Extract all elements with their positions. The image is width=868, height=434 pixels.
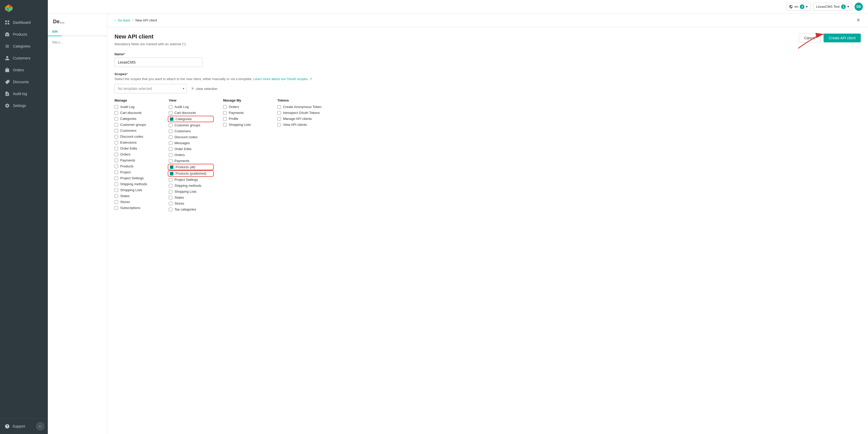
sidebar-item-orders[interactable]: Orders xyxy=(0,64,48,76)
left-panel-title: De… xyxy=(48,13,107,25)
checkbox-manage-project[interactable] xyxy=(115,170,118,174)
checkbox-manage-discount-codes[interactable] xyxy=(115,135,118,138)
checkbox-token-manage-api-clients[interactable] xyxy=(277,117,281,121)
dialog-body: Cancel Create API client xyxy=(107,27,868,434)
language-selector[interactable]: en 2 ▾ xyxy=(786,3,811,10)
dashboard-icon xyxy=(5,20,10,25)
sidebar-item-settings-label: Settings xyxy=(13,104,26,108)
breadcrumb-back-link[interactable]: ← Go back xyxy=(114,18,130,22)
checkbox-manage-payments[interactable] xyxy=(115,159,118,162)
checkbox-manage-my-orders[interactable] xyxy=(223,105,227,109)
content-area: De… API You c… ← Go back / xyxy=(48,13,868,434)
checkbox-view-project-settings[interactable] xyxy=(169,178,173,181)
checkbox-manage-shopping-lists[interactable] xyxy=(115,188,118,192)
lang-label: en xyxy=(795,5,798,8)
checkbox-manage-stores[interactable] xyxy=(115,200,118,204)
checkbox-view-shopping-lists[interactable] xyxy=(169,190,173,194)
create-api-client-button[interactable]: Create API client xyxy=(824,34,861,42)
checkbox-view-products-published[interactable] xyxy=(170,172,174,175)
checkbox-manage-order-edits[interactable] xyxy=(115,147,118,151)
svg-rect-6 xyxy=(5,23,7,25)
sidebar-item-discounts[interactable]: Discounts xyxy=(0,76,48,88)
checkbox-view-states[interactable] xyxy=(169,196,173,199)
checkbox-manage-extensions[interactable] xyxy=(115,141,118,144)
checkbox-view-shipping-methods[interactable] xyxy=(169,184,173,188)
scope-view-order-edits: Order Edits xyxy=(169,147,213,151)
checkbox-view-categories[interactable] xyxy=(170,117,174,121)
support-link[interactable]: Support xyxy=(3,422,27,431)
checkbox-view-payments[interactable] xyxy=(169,159,173,163)
channel-selector[interactable]: LexasCMS Test 1 ▾ xyxy=(813,3,852,10)
scope-manage-categories: Categories xyxy=(115,117,158,121)
checkbox-view-messages[interactable] xyxy=(169,141,173,145)
checkbox-view-order-edits[interactable] xyxy=(169,147,173,151)
scope-view-categories: Categories xyxy=(169,117,213,121)
checkbox-view-cart-discounts[interactable] xyxy=(169,111,173,115)
checkbox-manage-cart-discounts[interactable] xyxy=(115,111,118,115)
scope-manage-my-payments: Payments xyxy=(223,111,267,115)
checkbox-view-customer-groups[interactable] xyxy=(169,124,173,127)
checkbox-manage-states[interactable] xyxy=(115,194,118,198)
tokens-column: Tokens Create Anonymous Token Introspect… xyxy=(277,98,321,213)
settings-icon xyxy=(5,103,10,108)
checkbox-manage-subscriptions[interactable] xyxy=(115,206,118,210)
sidebar-item-audit-log[interactable]: Audit log xyxy=(0,88,48,100)
clear-selection-button[interactable]: ✕ clear selection xyxy=(191,86,217,91)
sidebar-item-audit-label: Audit log xyxy=(13,92,27,96)
scope-view-shipping-methods: Shipping methods xyxy=(169,184,213,188)
scope-token-manage-api-clients: Manage API clients xyxy=(277,117,321,121)
scope-view-states: States xyxy=(169,196,213,199)
tab-api[interactable]: API xyxy=(48,28,62,36)
checkbox-manage-customer-groups[interactable] xyxy=(115,123,118,127)
scope-view-project-settings: Project Settings xyxy=(169,178,213,181)
checkbox-view-products-all[interactable] xyxy=(170,165,174,169)
checkbox-manage-project-settings[interactable] xyxy=(115,176,118,180)
sidebar-item-products[interactable]: Products xyxy=(0,28,48,40)
sidebar-item-settings[interactable]: Settings xyxy=(0,100,48,111)
name-input[interactable] xyxy=(115,58,203,67)
tokens-header: Tokens xyxy=(277,98,321,102)
checkbox-token-view-api-clients[interactable] xyxy=(277,123,281,127)
checkbox-token-create-anonymous[interactable] xyxy=(277,105,281,109)
channel-badge: 1 xyxy=(841,4,846,9)
sidebar-item-categories[interactable]: Categories xyxy=(0,40,48,52)
checkbox-manage-shipping-methods[interactable] xyxy=(115,182,118,186)
scope-manage-payments: Payments xyxy=(115,158,158,162)
scope-token-introspect-oauth: Introspect OAuth Tokens xyxy=(277,111,321,115)
checkbox-view-tax-categories[interactable] xyxy=(169,208,173,211)
scope-manage-audit-log: Audit Log xyxy=(115,105,158,109)
checkbox-view-orders[interactable] xyxy=(169,153,173,157)
user-avatar[interactable]: DB xyxy=(855,3,863,11)
template-dropdown[interactable]: No template selected xyxy=(115,84,187,93)
close-button[interactable]: ✕ xyxy=(855,16,862,24)
checkbox-token-introspect-oauth[interactable] xyxy=(277,111,281,115)
sidebar-back-button[interactable]: ← xyxy=(36,422,45,431)
sidebar-item-customers[interactable]: Customers xyxy=(0,52,48,64)
scope-manage-customer-groups: Customer groups xyxy=(115,123,158,127)
cancel-button[interactable]: Cancel xyxy=(799,33,821,43)
sidebar-item-customers-label: Customers xyxy=(13,56,31,60)
scope-view-shopping-lists: Shopping Lists xyxy=(169,190,213,194)
sidebar-item-dashboard[interactable]: Dashboard xyxy=(0,16,48,28)
checkbox-manage-customers[interactable] xyxy=(115,129,118,133)
checkbox-view-stores[interactable] xyxy=(169,202,173,205)
go-back-label: Go back xyxy=(118,18,130,22)
checkbox-manage-products[interactable] xyxy=(115,165,118,168)
manage-my-header: Manage My xyxy=(223,98,267,102)
checkbox-view-customers[interactable] xyxy=(169,129,173,133)
checkbox-manage-my-shopping-lists[interactable] xyxy=(223,123,227,127)
checkbox-view-audit-log[interactable] xyxy=(169,105,173,109)
scope-view-products-published: Products (published) xyxy=(169,171,213,176)
oauth-scopes-link[interactable]: Learn more about our OAuth scopes. ↗ xyxy=(253,77,312,81)
checkbox-manage-my-profile[interactable] xyxy=(223,117,227,121)
checkbox-manage-categories[interactable] xyxy=(115,117,118,121)
template-select[interactable]: No template selected ▾ xyxy=(115,84,187,93)
checkbox-view-discount-codes[interactable] xyxy=(169,135,173,139)
checkbox-manage-orders[interactable] xyxy=(115,153,118,156)
checkbox-manage-audit-log[interactable] xyxy=(115,105,118,109)
scope-view-messages: Messages xyxy=(169,141,213,145)
sidebar-footer: Support ← xyxy=(0,418,48,434)
scope-manage-customers: Customers xyxy=(115,129,158,133)
checkbox-manage-my-payments[interactable] xyxy=(223,111,227,115)
globe-icon xyxy=(789,5,793,9)
